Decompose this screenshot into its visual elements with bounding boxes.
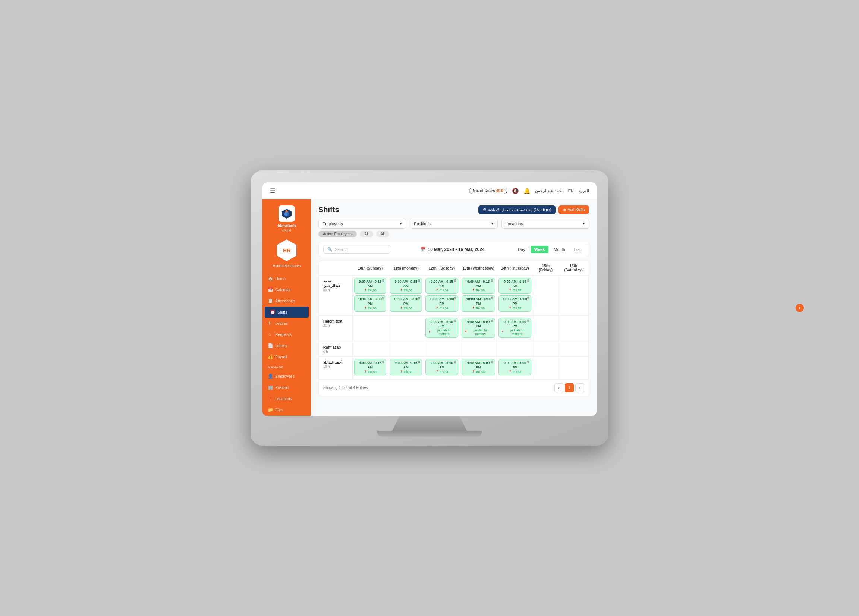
logo-name: Idaratech	[278, 224, 296, 228]
sidebar-item-position[interactable]: 🏢 Position	[262, 382, 311, 393]
filter-tags: Active Employees All All	[319, 231, 589, 237]
shift-delete-button[interactable]: 🗑	[454, 360, 457, 364]
shift-delete-button[interactable]: 🗑	[382, 296, 385, 300]
shift-delete-button[interactable]: 🗑	[417, 279, 420, 282]
shift-delete-button[interactable]: 🗑	[454, 319, 457, 322]
shift-time: 10:00 AM - 6:00 PM	[464, 297, 492, 306]
sidebar-item-calendar[interactable]: 📅 Calendar	[262, 284, 311, 295]
shift-delete-button[interactable]: 🗑	[490, 319, 494, 322]
sidebar-item-files[interactable]: 📁 Files	[262, 404, 311, 415]
view-month-button[interactable]: Month	[550, 246, 569, 253]
shift-delete-button[interactable]: 🗑	[417, 296, 420, 300]
locations-filter[interactable]: Locations ▾	[501, 219, 589, 228]
user-name[interactable]: محمد عبدالرحمن	[535, 188, 564, 193]
filters-row: Employees ▾ Positions ▾ Locations ▾	[319, 219, 589, 228]
shift-card[interactable]: 10:00 AM - 6:00 PM 📍mk,sa 🗑	[354, 295, 387, 311]
shift-delete-button[interactable]: 🗑	[527, 360, 530, 364]
shift-card[interactable]: 9:00 AM - 9:15 AM 📍mk,sa 🗑	[354, 278, 387, 294]
shift-delete-button[interactable]: 🗑	[527, 319, 530, 322]
shift-card[interactable]: 10:00 AM - 6:00 PM 📍mk,sa 🗑	[390, 295, 422, 311]
chevron-down-icon: ▾	[491, 221, 494, 226]
sidebar-item-payroll[interactable]: 💰 Payroll	[262, 351, 311, 363]
shift-card[interactable]: 9:00 AM - 9:15 AM 📍mk,sa 🗑	[462, 278, 495, 294]
shift-card[interactable]: 9:00 AM - 9:15 AM 📍mk,sa 🗑	[354, 359, 387, 375]
schedule-cell	[559, 342, 589, 357]
page-1-button[interactable]: 1	[565, 383, 574, 392]
employee-cell: أحمد عبدالله 19 h	[319, 357, 352, 379]
header-actions: ⏱ إضافة ساعات العمل الإضافية (Overtime) …	[478, 205, 589, 214]
shift-delete-button[interactable]: 🗑	[490, 279, 494, 282]
mute-icon[interactable]: 🔇	[512, 188, 519, 194]
schedule-cell: 9:00 AM - 9:15 AM 📍mk,sa 🗑 10:00 AM - 6:…	[460, 275, 497, 316]
sidebar-item-leaves[interactable]: ✈ Leaves	[262, 318, 311, 329]
shift-card[interactable]: 9:00 AM - 5:00 PM 📍jeddah hr matters 🗑	[462, 318, 495, 338]
users-badge[interactable]: No. of Users 4/10	[469, 188, 508, 194]
shift-card[interactable]: 9:00 AM - 9:15 AM 📍mk,sa 🗑	[498, 278, 531, 294]
shift-card[interactable]: 9:00 AM - 5:00 PM 📍jeddah hr matters 🗑	[498, 318, 531, 338]
sidebar-item-home[interactable]: 🏠 Home	[262, 273, 311, 284]
sidebar-item-requests[interactable]: ☆ Requests	[262, 329, 311, 340]
schedule-cell	[352, 342, 388, 357]
notification-icon[interactable]: 🔔	[523, 188, 531, 194]
sidebar-nav: 🏠 Home 📅 Calendar 📋 Attendance ⏰ Shifts	[262, 273, 311, 415]
shift-card[interactable]: 9:00 AM - 9:15 AM 📍mk,sa 🗑	[390, 278, 422, 294]
shift-card[interactable]: 10:00 AM - 6:00 PM 📍mk,sa 🗑	[425, 295, 458, 311]
shift-delete-button[interactable]: 🗑	[490, 296, 494, 300]
shift-delete-button[interactable]: 🗑	[454, 279, 457, 282]
shift-time: 9:00 AM - 5:00 PM	[428, 320, 456, 328]
positions-filter[interactable]: Positions ▾	[410, 219, 497, 228]
sidebar-item-locations[interactable]: 📍 Locations	[262, 393, 311, 404]
page-title: Shifts	[319, 205, 339, 214]
shift-card[interactable]: 9:00 AM - 5:00 PM 📍jeddah hr matters 🗑	[425, 318, 458, 338]
schedule-cell	[388, 316, 424, 342]
prev-page-button[interactable]: ‹	[554, 383, 563, 392]
sidebar-item-attendance[interactable]: 📋 Attendance	[262, 295, 311, 306]
employees-filter[interactable]: Employees ▾	[319, 219, 406, 228]
lang-en[interactable]: EN	[568, 189, 574, 193]
shift-card[interactable]: 9:00 AM - 5:00 PM 📍mk,sa 🗑	[425, 359, 458, 375]
location-icon: 📍	[464, 331, 467, 334]
schedule-cell	[559, 316, 589, 342]
shift-card[interactable]: 9:00 AM - 9:15 AM 📍mk,sa 🗑	[390, 359, 422, 375]
locations-tag[interactable]: All	[376, 231, 389, 237]
search-container[interactable]: 🔍 Search	[323, 245, 390, 253]
shift-delete-button[interactable]: 🗑	[527, 296, 530, 300]
schedule-cell	[460, 342, 497, 357]
shift-delete-button[interactable]: 🗑	[527, 279, 530, 282]
schedule-cell: 9:00 AM - 5:00 PM 📍mk,sa 🗑	[460, 357, 497, 379]
employee-name: Rahf azab	[323, 345, 348, 350]
employee-hours: 21 h	[323, 324, 348, 327]
shift-card[interactable]: 9:00 AM - 5:00 PM 📍mk,sa 🗑	[462, 359, 495, 375]
shift-delete-button[interactable]: 🗑	[382, 360, 385, 364]
shift-delete-button[interactable]: 🗑	[417, 360, 420, 364]
shift-delete-button[interactable]: 🗑	[490, 360, 494, 364]
shift-card[interactable]: 10:00 AM - 6:00 PM 📍mk,sa 🗑	[498, 295, 531, 311]
add-shifts-button[interactable]: ⊕ Add Shifts	[559, 205, 589, 214]
employees-tag[interactable]: Active Employees	[319, 231, 357, 237]
shift-card[interactable]: 9:00 AM - 9:15 AM 📍mk,sa 🗑	[425, 278, 458, 294]
shift-card[interactable]: 9:00 AM - 5:00 PM 📍mk,sa 🗑	[498, 359, 531, 375]
shift-card[interactable]: 10:00 AM - 6:00 PM 📍mk,sa 🗑	[462, 295, 495, 311]
sidebar-item-letters[interactable]: 📄 Letters	[262, 340, 311, 351]
view-list-button[interactable]: List	[570, 246, 584, 253]
view-day-button[interactable]: Day	[514, 246, 529, 253]
lang-ar[interactable]: العربية	[578, 188, 589, 193]
menu-icon[interactable]: ☰	[270, 187, 275, 194]
shift-delete-button[interactable]: 🗑	[382, 279, 385, 282]
sidebar-item-label: Shifts	[277, 310, 287, 314]
sidebar-item-shifts[interactable]: ⏰ Shifts	[265, 306, 309, 318]
overtime-button[interactable]: ⏱ إضافة ساعات العمل الإضافية (Overtime)	[478, 205, 556, 214]
position-icon: 🏢	[268, 385, 273, 390]
location-icon: 📍	[509, 306, 512, 310]
view-week-button[interactable]: Week	[531, 246, 549, 253]
date-range-text: 10 Mar, 2024 - 16 Mar, 2024	[428, 247, 485, 252]
positions-tag[interactable]: All	[360, 231, 373, 237]
schedule-cell: 9:00 AM - 5:00 PM 📍jeddah hr matters 🗑	[497, 316, 533, 342]
next-page-button[interactable]: ›	[575, 383, 584, 392]
shift-location: 📍mk,sa	[501, 370, 529, 374]
locations-icon: 📍	[268, 396, 273, 401]
sidebar-item-employees[interactable]: 👤 Employees	[262, 371, 311, 382]
sidebar-item-label: Locations	[275, 396, 292, 401]
shift-delete-button[interactable]: 🗑	[454, 296, 457, 300]
shift-time: 9:00 AM - 5:00 PM	[428, 361, 456, 369]
